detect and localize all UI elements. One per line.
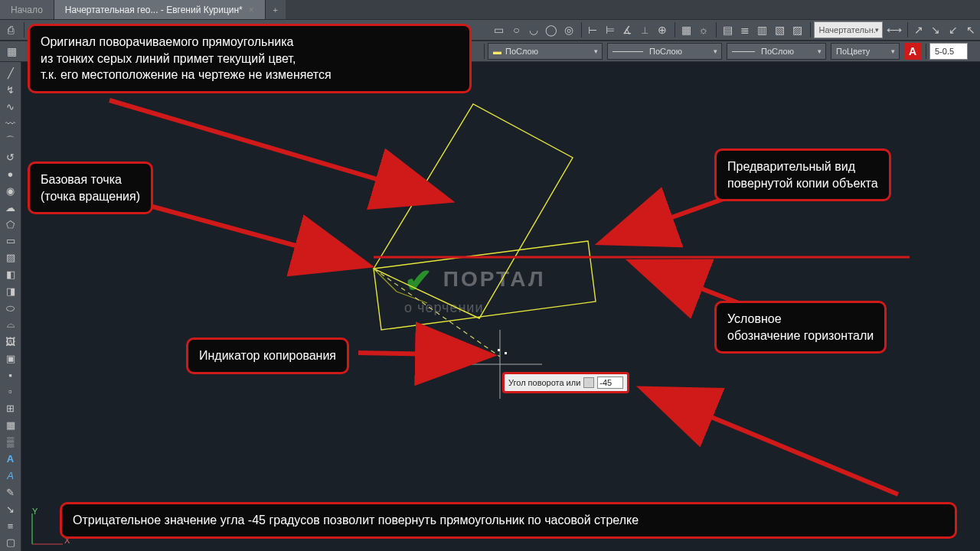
dim-angular-icon[interactable]: ∡	[619, 21, 635, 38]
block-icon[interactable]: ▧	[772, 21, 788, 38]
attach-icon[interactable]: ▨	[789, 21, 805, 38]
linetype-value: ПоСлою	[649, 47, 682, 56]
drawing-canvas[interactable]: ✔ ПОРТАЛ о черчении	[21, 62, 980, 551]
annotation-horizontal: Условное обозначение горизонтали	[714, 301, 887, 354]
scale-field[interactable]: 5-0.5	[929, 43, 968, 60]
leader3-icon[interactable]: ↙	[946, 21, 962, 38]
layer-dropdown[interactable]: ▬ ПоСлою	[488, 43, 603, 60]
snap-icon[interactable]: ▭	[492, 21, 508, 38]
separator	[810, 22, 811, 37]
grid-icon[interactable]: ▦	[2, 418, 20, 433]
svg-marker-2	[374, 241, 596, 330]
tab-document[interactable]: Начертательная гео... - Евгений Курицин*…	[54, 0, 266, 19]
layers-icon[interactable]: ▦	[3, 43, 20, 60]
tab-label: Начало	[11, 5, 43, 15]
table-icon[interactable]: ⊞	[2, 401, 20, 416]
color-value: ПоЦвету	[836, 47, 870, 56]
image-icon[interactable]: 🖼	[2, 334, 20, 349]
separator	[716, 22, 717, 37]
multi-icon[interactable]: ▫	[2, 384, 20, 399]
leader1-icon[interactable]: ↗	[910, 21, 926, 38]
style-value: Начертательн.	[819, 25, 876, 34]
text-icon[interactable]: A	[2, 452, 20, 467]
curve-icon[interactable]: 〰	[2, 116, 20, 132]
lineweight-dropdown[interactable]: ПоСлою	[727, 43, 826, 60]
ellarc-icon[interactable]: ⌓	[2, 317, 20, 332]
annotation-text: Оригинал поворачиваемого прямоугольника …	[41, 35, 332, 81]
svg-line-11	[358, 353, 488, 355]
tooltip-label: Угол поворота или	[508, 378, 580, 387]
dropdown-icon[interactable]: ▾	[583, 377, 594, 388]
rev-icon[interactable]: ↺	[2, 150, 20, 165]
text-a-icon[interactable]: A	[904, 43, 921, 60]
block2-icon[interactable]: ▣	[2, 350, 20, 366]
dim-radius-icon[interactable]: ⟂	[637, 21, 653, 38]
annotation-base-point: Базовая точка (точка вращения)	[28, 161, 153, 214]
circle2-icon[interactable]: ●	[2, 166, 20, 181]
calc-icon[interactable]: ▥	[755, 21, 771, 38]
watermark: ✔ ПОРТАЛ о черчении	[404, 261, 546, 316]
ellipse-icon[interactable]: ◎	[560, 21, 577, 38]
circle-icon[interactable]: ○	[508, 21, 524, 38]
boundary-icon[interactable]: ◧	[2, 267, 20, 282]
style-dropdown[interactable]: Начертательн.	[814, 21, 883, 38]
layer-icon[interactable]: ▤	[720, 21, 736, 38]
dim-aligned-icon[interactable]: ⊨	[602, 21, 618, 38]
arc-icon[interactable]: ◡	[526, 21, 542, 38]
ring-icon[interactable]: ◯	[544, 21, 560, 38]
annotation-negative-angle: Отрицательное значение угла -45 градусов…	[60, 502, 957, 539]
props-icon[interactable]: ≣	[737, 21, 753, 38]
separator	[907, 22, 908, 37]
close-icon[interactable]: ×	[249, 5, 254, 15]
cloud-icon[interactable]: ☁	[2, 200, 20, 215]
angle-input[interactable]	[597, 377, 623, 389]
separator	[926, 44, 926, 59]
rect-icon[interactable]: ▭	[2, 233, 20, 249]
leader2-icon[interactable]: ↘	[928, 21, 944, 38]
line-icon[interactable]: ╱	[2, 66, 20, 81]
linetype-dropdown[interactable]: ПоСлою	[607, 43, 722, 60]
watermark-sub: о черчении	[404, 300, 546, 316]
separator	[484, 44, 485, 59]
print-icon[interactable]: ⎙	[3, 21, 19, 38]
mtext-icon[interactable]: A	[2, 468, 20, 483]
donut-icon[interactable]: ◉	[2, 183, 20, 198]
gray-icon[interactable]: ▒	[2, 435, 20, 450]
leader4-icon[interactable]: ↖	[962, 21, 978, 38]
tab-label: Начертательная гео... - Евгений Курицин*	[65, 5, 243, 15]
poly-icon[interactable]: ⬠	[2, 217, 20, 232]
field-icon[interactable]: ≡	[2, 518, 20, 533]
color-dropdown[interactable]: ПоЦвету	[831, 43, 900, 60]
point-icon[interactable]: ▪	[2, 367, 20, 383]
svg-rect-7	[505, 352, 507, 354]
brush-icon[interactable]: ✎	[2, 484, 20, 500]
hatch-icon[interactable]: ▨	[2, 250, 20, 266]
svg-line-3	[374, 269, 500, 357]
leader-icon[interactable]: ↘	[2, 501, 20, 517]
dynamic-input-tooltip: Угол поворота или ▾	[502, 372, 629, 393]
dimstyle-icon[interactable]: ⟷	[886, 21, 903, 38]
dim-linear-icon[interactable]: ⊢	[585, 21, 601, 38]
separator	[675, 22, 675, 37]
svg-rect-6	[498, 349, 500, 351]
annotation-text: Предварительный вид повернутой копии объ…	[727, 160, 878, 190]
sun-icon[interactable]: ☼	[696, 21, 712, 38]
region-icon[interactable]: ◨	[2, 284, 20, 299]
ellipse2-icon[interactable]: ⬭	[2, 301, 20, 316]
arc2-icon[interactable]: ⌒	[2, 133, 20, 148]
polyline-icon[interactable]: ↯	[2, 83, 20, 98]
annotation-text: Отрицательное значение угла -45 градусов…	[73, 514, 639, 527]
annotation-original-rect: Оригинал поворачиваемого прямоугольника …	[28, 24, 472, 93]
annotation-text: Базовая точка (точка вращения)	[41, 173, 140, 203]
view-icon[interactable]: ▦	[678, 21, 694, 38]
annotation-text: Индикатор копирования	[199, 349, 336, 362]
ucs-y-label: Y	[32, 507, 38, 516]
tab-add-button[interactable]: +	[266, 0, 286, 19]
svg-marker-1	[374, 104, 573, 318]
lineweight-value: ПоСлою	[761, 47, 794, 56]
dim-diameter-icon[interactable]: ⊕	[654, 21, 670, 38]
spline-icon[interactable]: ∿	[2, 99, 20, 115]
watermark-main: ПОРТАЛ	[443, 267, 546, 291]
tab-home[interactable]: Начало	[0, 0, 54, 19]
wipeout-icon[interactable]: ▢	[2, 535, 20, 550]
